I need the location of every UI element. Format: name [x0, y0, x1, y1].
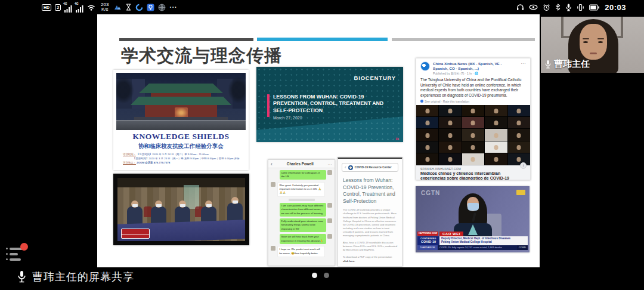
poster-title: KNOWLEDGE SHIELDS	[113, 132, 249, 141]
speaker-role: Deputy Director, Medical Dept. of Infect…	[439, 236, 528, 245]
avatar	[327, 203, 332, 208]
weather-app-icon	[114, 4, 122, 11]
back-icon: ‹	[345, 165, 346, 170]
video-participant-cell	[462, 105, 484, 116]
post-menu-icon: ···	[521, 61, 527, 75]
conference-room-photo	[113, 174, 249, 245]
link-source: SPANISH.XINHUANET.COM	[420, 168, 526, 171]
video-participant-cell	[485, 153, 507, 165]
photo-watermark	[121, 229, 150, 239]
network-speed: 203 K/s	[101, 2, 109, 12]
avatar	[327, 234, 332, 239]
chat-message: I am sure patients may have different ch…	[271, 203, 332, 217]
video-participant-cell	[462, 153, 484, 165]
video-participant-cell	[462, 129, 484, 140]
bluetooth-icon	[555, 4, 561, 11]
phone-screen: HD 2 4G 4G 203 K/s	[0, 0, 644, 290]
channel-badge	[516, 190, 525, 195]
participant-video-thumbnail[interactable]: 曹玮主任	[541, 17, 644, 73]
page-dot-active[interactable]	[312, 273, 317, 278]
xinhua-news-post: China Xinhua News (MX - Spanish, VE - Sp…	[416, 58, 531, 180]
title-bar-dark	[119, 38, 253, 41]
video-participant-cell	[416, 141, 438, 153]
click-here-link: click here.	[343, 260, 355, 263]
alarm-icon	[543, 4, 550, 11]
video-participant-cell	[508, 117, 530, 128]
video-participant-cell	[439, 105, 461, 116]
resource-paragraph: Also, hear a COVID-19 roundtable discuss…	[343, 241, 397, 252]
chat-message: Soon we will hear back from your experie…	[271, 234, 332, 243]
post-meta: Published by 新华社 (?) · 1 hr · 🌐	[433, 72, 518, 75]
next-arrow-icon: »	[395, 135, 399, 142]
resource-center-page: ‹ COVID-19 Resource Center Lessons from …	[338, 158, 402, 267]
lower-third: HAPPENING NOW CAO WEI CONTAINING COVID-1…	[417, 232, 528, 250]
browser-app-icon	[135, 4, 143, 11]
annotation-list-button[interactable]	[6, 246, 27, 264]
video-participant-cell	[439, 117, 461, 128]
tree-silhouette	[228, 76, 246, 104]
video-participant-cell	[485, 141, 507, 153]
screen-share-label: 曹玮主任的屏幕共享	[17, 270, 134, 284]
speaker-name: CAO WEI	[439, 232, 463, 236]
video-participant-cell	[462, 141, 484, 153]
chat-message: Fully understand your situations now, fo…	[271, 218, 332, 232]
notification-dot	[20, 243, 28, 251]
page-indicator[interactable]	[312, 273, 329, 278]
cgtn-watermark: CGTN	[421, 190, 440, 196]
knowledge-shields-poster: KNOWLEDGE SHIELDS 协和临床校友抗疫工作经验分享会 活动时间：【…	[113, 70, 249, 170]
tree-silhouette	[116, 76, 134, 104]
resource-center-label: COVID-19 Resource Center	[355, 166, 392, 169]
chat-message: Was great. Definitely you provided impor…	[271, 182, 332, 197]
slide-title: 学术交流与理念传播	[121, 44, 282, 68]
avatar	[327, 170, 332, 175]
hd-voice-icon: HD	[42, 4, 51, 11]
headset-icon	[516, 4, 524, 11]
globe-app-icon	[158, 4, 166, 11]
pumc-building-photo	[116, 73, 246, 130]
vibrate-icon	[577, 4, 584, 11]
biocentury-logo: BIOCENTURY	[354, 75, 396, 81]
resource-paragraph: The COVID-19 outbreak provides a unique …	[343, 208, 397, 237]
avatar	[327, 218, 332, 223]
resource-paragraph: To download a PDF copy of the presentati…	[343, 255, 397, 263]
video-participant-cell	[508, 153, 530, 165]
post-text: The Tsinghua University of China and the…	[416, 77, 530, 98]
xinhua-video-grid	[416, 105, 530, 165]
title-bar-cyan	[257, 38, 388, 41]
battery-icon	[589, 4, 600, 11]
page-name: China Xinhua News (MX - Spanish, VE - Sp…	[433, 61, 518, 71]
page-dot-inactive[interactable]	[324, 273, 329, 278]
sim2-icon: 2	[55, 4, 61, 11]
status-bar[interactable]: HD 2 4G 4G 203 K/s	[0, 0, 644, 14]
video-participant-cell	[508, 129, 530, 140]
video-participant-cell	[416, 105, 438, 116]
poster-details: 活动时间：【北京时间】2020 年 3 月 24 日（周二）早 9:30am -…	[123, 153, 249, 165]
xinhua-avatar	[420, 61, 430, 71]
avatar	[271, 182, 275, 187]
video-participant-cell	[416, 153, 438, 165]
chat-contact-name: Charles Powell	[273, 162, 328, 166]
participant-name-label: 曹玮主任	[544, 58, 590, 70]
video-participant-cell	[416, 129, 438, 140]
webinar-title: LESSONS FROM WUHAN: COVID-19 PREVENTION,…	[273, 94, 395, 114]
news-ticker: 10AM NAIROBI COVID-19: Italy reports 24,…	[417, 245, 528, 250]
video-participant-cell	[416, 117, 438, 128]
info-icon: i	[520, 162, 527, 169]
resource-heading: Lessons from Wuhan: COVID-19 Prevention,…	[343, 177, 397, 205]
shared-screen[interactable]: 学术交流与理念传播 KNOWLEDGE SHIELDS 协和临床校友抗疫工作经验…	[97, 14, 540, 267]
program-logo: CONTAINING COVID-19	[417, 236, 439, 245]
signal-strength-icon-1: 4G	[64, 2, 72, 13]
chat-menu-icon: ···	[328, 162, 333, 166]
video-participant-cell	[439, 141, 461, 153]
video-participant-cell	[439, 129, 461, 140]
chat-message: I hope so. We predict next week will be …	[271, 246, 332, 257]
link-headline: Médicos chinos y chilenos intercambian e…	[420, 171, 526, 180]
video-participant-cell	[485, 129, 507, 140]
chat-message: some information for colleagues in the U…	[271, 170, 332, 180]
face-mask	[467, 203, 479, 211]
status-bar-left: HD 2 4G 4G 203 K/s	[42, 2, 177, 13]
translation-links: See original · Rate this translation	[425, 100, 469, 103]
hourglass-icon	[125, 4, 132, 11]
translate-icon	[420, 100, 423, 103]
eye-protection-icon	[529, 4, 538, 10]
